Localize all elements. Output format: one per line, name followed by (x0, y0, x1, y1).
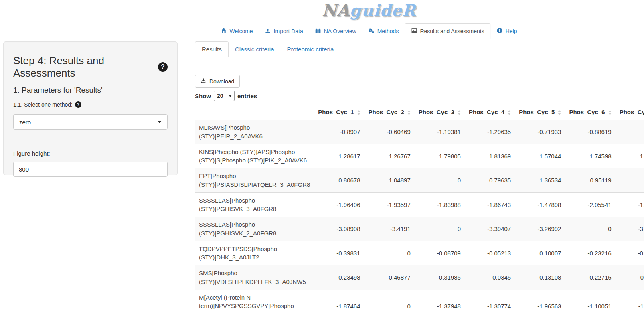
tab-classic-criteria[interactable]: Classic criteria (229, 41, 281, 57)
row-name-cell: KINS[Phospho (STY)]APS[Phospho (STY)]S[P… (195, 144, 314, 168)
question-circle-icon[interactable] (75, 101, 81, 108)
parameters-heading: 1. Parameters for 'Results' (13, 86, 168, 95)
value-cell: -1.96406 (314, 192, 364, 217)
method-select[interactable]: zero (13, 114, 168, 130)
value-cell: -3.4191 (365, 217, 415, 241)
sidebar-divider (13, 141, 168, 141)
value-cell: -1.47898 (515, 192, 565, 217)
table-row: SSSSLLAS[Phospho (STY)]PGHISVK_3_A0FGR8 … (195, 192, 644, 217)
value-cell: -1.10051 (565, 290, 615, 310)
download-label: Download (209, 78, 234, 85)
value-cell: -1.30774 (465, 290, 515, 310)
nav-tab-help[interactable]: Help (491, 23, 523, 39)
app-logo: NAguideR (0, 1, 644, 20)
value-cell: -0.60469 (365, 120, 415, 144)
value-cell: 1.74598 (565, 144, 615, 168)
value-cell: 0.10007 (515, 241, 565, 265)
value-cell: 0 (616, 168, 644, 193)
show-entries-control: Show 20 entries (195, 91, 638, 101)
results-table: Phos_Cyc_1 Phos_Cyc_2 Phos_Cyc_3 Phos_Cy… (195, 105, 644, 310)
value-cell: -3.39407 (465, 217, 515, 241)
main-nav-items: Welcome Import Data NA Overview Methods … (215, 23, 523, 39)
column-header[interactable]: Phos_Cyc_2 (365, 105, 415, 120)
value-cell: -1.37948 (415, 290, 465, 310)
row-name-cell: M[Acetyl (Protein N-term)]NPVYSPGSSGVPY[… (195, 290, 314, 310)
column-header[interactable]: Phos_Cyc_1 (314, 105, 364, 120)
entries-label: entries (237, 93, 257, 99)
value-cell: 0.13108 (515, 265, 565, 290)
nav-tab-methods[interactable]: Methods (363, 23, 405, 39)
row-name-cell: TQDPVPPETPSDS[Phospho (STY)]DHK_3_A0JLT2 (195, 241, 314, 265)
column-header-rownames[interactable] (195, 105, 314, 120)
download-button[interactable]: Download (195, 75, 240, 88)
value-cell: -1.29635 (465, 120, 515, 144)
value-cell: -1.93597 (365, 192, 415, 217)
page-length-select[interactable]: 20 (214, 91, 235, 101)
value-cell: 1.36534 (515, 168, 565, 193)
table-row: KINS[Phospho (STY)]APS[Phospho (STY)]S[P… (195, 144, 644, 168)
column-header[interactable]: Phos_Cyc_7 (616, 105, 644, 120)
value-cell: 0 (365, 290, 415, 310)
page-length-value: 20 (217, 93, 223, 99)
tab-results[interactable]: Results (195, 41, 229, 57)
nav-tab-label: Import Data (274, 28, 303, 34)
nav-tab-label: Results and Assessments (420, 28, 484, 34)
table-row: SSSSLLAS[Phospho (STY)]PGHISVK_2_A0FGR8 … (195, 217, 644, 241)
nav-tab-import-data[interactable]: Import Data (259, 23, 309, 39)
download-icon (200, 78, 206, 85)
value-cell: -3.17056 (616, 217, 644, 241)
row-name-cell: SMS[Phospho (STY)]VDLSHIPLKDPLLFK_3_A0JN… (195, 265, 314, 290)
value-cell: -1.96563 (515, 290, 565, 310)
sort-icon (608, 110, 612, 115)
upload-icon (265, 28, 271, 35)
column-header[interactable]: Phos_Cyc_6 (565, 105, 615, 120)
value-cell: -0.23498 (314, 265, 364, 290)
value-cell: -0.8907 (314, 120, 364, 144)
value-cell: -2.05541 (565, 192, 615, 217)
value-cell: 0.80678 (314, 168, 364, 193)
table-row: M[Acetyl (Protein N-term)]NPVYSPGSSGVPY[… (195, 290, 644, 310)
table-row: EPT[Phospho (STY)]PSIASDISLPIATQELR_3_A0… (195, 168, 644, 193)
nav-tab-welcome[interactable]: Welcome (215, 23, 259, 39)
table-header-row: Phos_Cyc_1 Phos_Cyc_2 Phos_Cyc_3 Phos_Cy… (195, 105, 644, 120)
value-cell: 1.79805 (415, 144, 465, 168)
table-icon (411, 28, 417, 35)
value-cell: 0.95119 (565, 168, 615, 193)
method-label-text: 1.1. Select one method: (13, 101, 73, 108)
value-cell: -0.50201 (616, 241, 644, 265)
value-cell: -0.08709 (415, 241, 465, 265)
question-circle-icon[interactable] (158, 62, 168, 72)
step-title-text: Step 4: Results and Assessments (13, 55, 155, 79)
figure-height-input[interactable] (13, 162, 168, 177)
row-name-cell: SSSSLLAS[Phospho (STY)]PGHISVK_3_A0FGR8 (195, 192, 314, 217)
figure-height-label: Figure height: (13, 150, 168, 157)
method-label-row: 1.1. Select one method: (13, 101, 168, 108)
column-header[interactable]: Phos_Cyc_4 (465, 105, 515, 120)
value-cell: 1.28617 (314, 144, 364, 168)
sidebar-panel: Step 4: Results and Assessments 1. Param… (3, 41, 178, 175)
gears-icon (369, 28, 375, 35)
row-name-cell: EPT[Phospho (STY)]PSIASDISLPIATQELR_3_A0… (195, 168, 314, 193)
value-cell: -0.88619 (565, 120, 615, 144)
binoculars-icon (315, 28, 321, 35)
column-header[interactable]: Phos_Cyc_3 (415, 105, 465, 120)
nav-tab-results-and-assessments[interactable]: Results and Assessments (405, 23, 490, 39)
method-select-value: zero (19, 119, 31, 126)
value-cell: 0 (565, 217, 615, 241)
value-cell: -0.23216 (565, 241, 615, 265)
nav-tab-label: NA Overview (324, 28, 356, 34)
sort-icon (458, 110, 461, 115)
value-cell: -0.0345 (465, 265, 515, 290)
value-cell: -3.08908 (314, 217, 364, 241)
value-cell: -1.19381 (415, 120, 465, 144)
value-cell: 0 (365, 241, 415, 265)
nav-tab-na-overview[interactable]: NA Overview (309, 23, 363, 39)
table-row: MLISAVS[Phospho (STY)]PEIR_2_A0AVK6 -0.8… (195, 120, 644, 144)
nav-tab-label: Help (506, 28, 517, 34)
value-cell: 0 (415, 217, 465, 241)
column-header[interactable]: Phos_Cyc_5 (515, 105, 565, 120)
logo-na-text: NA (322, 1, 350, 20)
tab-proteomic-criteria[interactable]: Proteomic criteria (281, 41, 340, 57)
value-cell: -0.05213 (465, 241, 515, 265)
value-cell: -3.26992 (515, 217, 565, 241)
